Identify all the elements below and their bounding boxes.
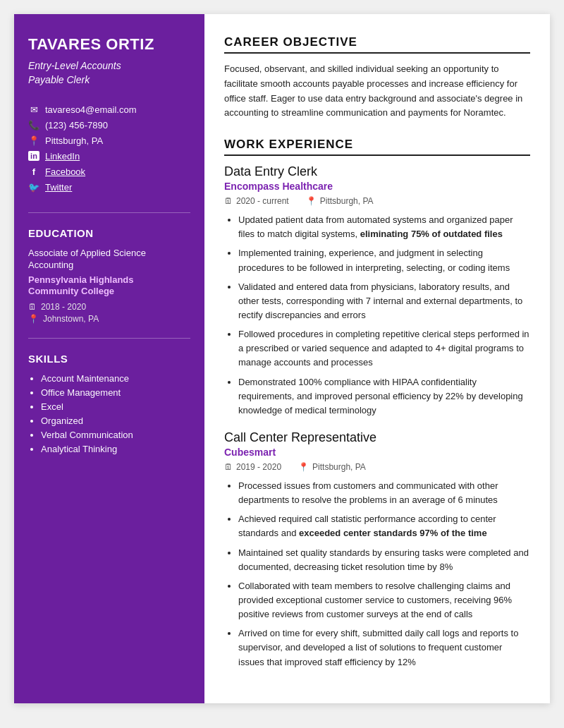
bullet-item: Maintained set quality standards by ensu… bbox=[238, 546, 530, 574]
candidate-name: TAVARES ORTIZ bbox=[28, 35, 190, 54]
experience-title: WORK EXPERIENCE bbox=[224, 138, 530, 156]
contact-phone: 📞 (123) 456-7890 bbox=[28, 120, 190, 131]
job-2-company: Cubesmart bbox=[224, 447, 530, 458]
bullet-item: Processed issues from customers and comm… bbox=[238, 479, 530, 507]
job-1-location: 📍 Pittsburgh, PA bbox=[306, 196, 374, 206]
edu-degree: Associate of Applied Science bbox=[28, 248, 190, 258]
skill-item: Verbal Communication bbox=[41, 430, 190, 440]
job-1: Data Entry Clerk Encompass Healthcare 🗓 … bbox=[224, 164, 530, 418]
bullet-item: Validated and entered data from physicia… bbox=[238, 280, 530, 322]
linkedin-link[interactable]: LinkedIn bbox=[45, 151, 80, 162]
email-icon: ✉ bbox=[28, 104, 39, 115]
edu-school: Pennsylvania HighlandsCommunity College bbox=[28, 274, 190, 298]
candidate-title: Entry-Level AccountsPayable Clerk bbox=[28, 59, 190, 87]
objective-title: CAREER OBJECTIVE bbox=[224, 35, 530, 54]
edu-years: 🗓 2018 - 2020 bbox=[28, 302, 190, 312]
twitter-icon: 🐦 bbox=[28, 182, 39, 193]
job-1-title: Data Entry Clerk bbox=[224, 164, 530, 179]
job-2-years: 🗓 2019 - 2020 bbox=[224, 462, 281, 472]
edu-field: Accounting bbox=[28, 260, 190, 270]
contact-facebook[interactable]: f Facebook bbox=[28, 166, 190, 177]
skill-item: Organized bbox=[41, 415, 190, 426]
linkedin-icon: in bbox=[28, 151, 39, 161]
bullet-item: Followed procedures in completing repeti… bbox=[238, 327, 530, 370]
sidebar: TAVARES ORTIZ Entry-Level AccountsPayabl… bbox=[14, 14, 204, 703]
calendar-icon: 🗓 bbox=[28, 302, 37, 312]
skill-item: Account Maintenance bbox=[41, 373, 190, 384]
job-1-company: Encompass Healthcare bbox=[224, 181, 530, 192]
bullet-item: Achieved required call statistic perform… bbox=[238, 512, 530, 540]
contact-linkedin[interactable]: in LinkedIn bbox=[28, 151, 190, 162]
contact-twitter[interactable]: 🐦 Twitter bbox=[28, 182, 190, 193]
main-content: CAREER OBJECTIVE Focused, observant, and… bbox=[204, 14, 550, 703]
job-1-bullets: Updated patient data from automated syst… bbox=[224, 213, 530, 418]
contact-location: 📍 Pittsburgh, PA bbox=[28, 135, 190, 146]
bullet-item: Collaborated with team members to resolv… bbox=[238, 579, 530, 621]
facebook-link[interactable]: Facebook bbox=[45, 166, 85, 177]
resume-container: TAVARES ORTIZ Entry-Level AccountsPayabl… bbox=[14, 14, 550, 703]
skill-item: Office Management bbox=[41, 387, 190, 398]
job-2-meta: 🗓 2019 - 2020 📍 Pittsburgh, PA bbox=[224, 462, 530, 472]
job-2-title: Call Center Representative bbox=[224, 430, 530, 445]
phone-icon: 📞 bbox=[28, 120, 39, 131]
contact-list: ✉ tavareso4@email.com 📞 (123) 456-7890 📍… bbox=[28, 104, 190, 193]
bullet-item: Implemented training, experience, and ju… bbox=[238, 246, 530, 274]
calendar-icon-j2: 🗓 bbox=[224, 462, 233, 472]
edu-location: 📍 Johnstown, PA bbox=[28, 314, 190, 324]
skills-section-title: SKILLS bbox=[28, 353, 190, 365]
job-1-years: 🗓 2020 - current bbox=[224, 196, 289, 206]
bullet-item: Arrived on time for every shift, submitt… bbox=[238, 626, 530, 669]
skill-item: Excel bbox=[41, 401, 190, 412]
contact-email: ✉ tavareso4@email.com bbox=[28, 104, 190, 115]
location-icon: 📍 bbox=[28, 135, 39, 146]
skills-list: Account Maintenance Office Management Ex… bbox=[28, 373, 190, 454]
job-2-bullets: Processed issues from customers and comm… bbox=[224, 479, 530, 669]
job-2-location: 📍 Pittsburgh, PA bbox=[298, 462, 366, 472]
job-2: Call Center Representative Cubesmart 🗓 2… bbox=[224, 430, 530, 669]
bullet-item: Updated patient data from automated syst… bbox=[238, 213, 530, 241]
location-icon-j2: 📍 bbox=[298, 462, 309, 472]
location-icon-edu: 📍 bbox=[28, 314, 39, 324]
skill-item: Analytical Thinking bbox=[41, 444, 190, 454]
objective-text: Focused, observant, and skilled individu… bbox=[224, 62, 530, 121]
education-section-title: EDUCATION bbox=[28, 227, 190, 239]
sidebar-divider-2 bbox=[28, 338, 190, 339]
bullet-item: Demonstrated 100% compliance with HIPAA … bbox=[238, 375, 530, 418]
job-1-meta: 🗓 2020 - current 📍 Pittsburgh, PA bbox=[224, 196, 530, 206]
location-icon-j1: 📍 bbox=[306, 196, 317, 206]
calendar-icon-j1: 🗓 bbox=[224, 196, 233, 206]
facebook-icon: f bbox=[28, 166, 39, 177]
sidebar-divider-1 bbox=[28, 212, 190, 213]
twitter-link[interactable]: Twitter bbox=[45, 182, 72, 193]
